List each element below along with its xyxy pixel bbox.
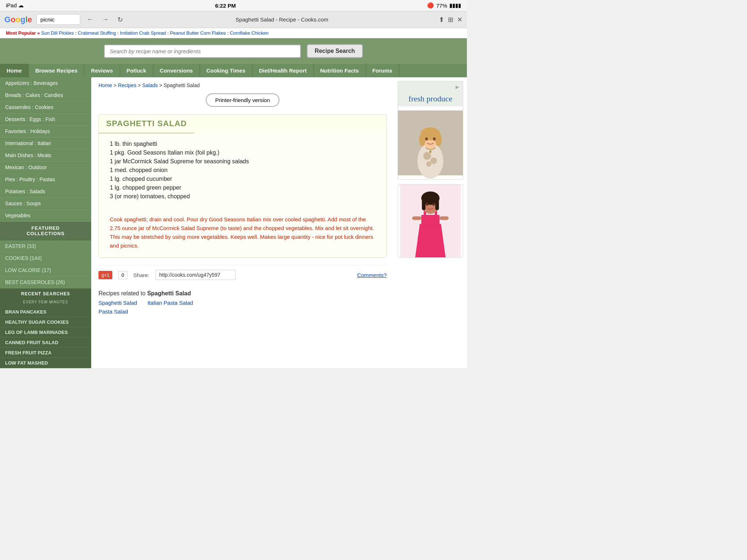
svg-point-3 bbox=[430, 158, 437, 164]
recent-search-3[interactable]: LEG OF LAMB MARINADES bbox=[0, 327, 91, 338]
nav-browse[interactable]: Browse Recipes bbox=[29, 64, 85, 77]
sidebar-desserts[interactable]: Desserts : Eggs : Fish bbox=[0, 113, 91, 125]
sidebar-potatoes[interactable]: Potatoes : Salads bbox=[0, 186, 91, 198]
nav-potluck[interactable]: Potluck bbox=[120, 64, 153, 77]
refresh-button[interactable]: ↻ bbox=[115, 15, 125, 24]
page-title: Spaghetti Salad - Recipe - Cooks.com bbox=[129, 16, 434, 23]
nav-nutrition[interactable]: Nutrition Facts bbox=[314, 64, 366, 77]
collection-low-calorie[interactable]: LOW CALORIE (17) bbox=[0, 264, 91, 276]
svg-marker-14 bbox=[415, 224, 445, 257]
sidebar-pies[interactable]: Pies : Poultry : Pastas bbox=[0, 174, 91, 186]
related-link-3[interactable]: Pasta Salad bbox=[98, 308, 128, 315]
content-area: Home > Recipes > Salads > Spaghetti Sala… bbox=[91, 77, 394, 368]
search-input[interactable] bbox=[104, 44, 301, 58]
recent-searches-subtitle: EVERY FEW MINUTES bbox=[0, 299, 91, 307]
recent-search-5[interactable]: FRESH FRUIT PIZZA bbox=[0, 348, 91, 358]
most-popular-bar: Most Popular » Sun Dill Pickles : Crabme… bbox=[0, 28, 467, 38]
breadcrumb-salads[interactable]: Salads bbox=[142, 82, 158, 88]
search-button[interactable]: Recipe Search bbox=[307, 44, 363, 58]
ingredient-2: 1 pkg. Good Seasons Italian mix (foil pk… bbox=[110, 149, 375, 156]
google-logo: Google bbox=[4, 15, 32, 24]
sidebar-sauces[interactable]: Sauces : Soups bbox=[0, 198, 91, 210]
svg-point-23 bbox=[433, 203, 435, 206]
svg-rect-21 bbox=[435, 198, 439, 210]
nav-cooking-times[interactable]: Cooking Times bbox=[200, 64, 252, 77]
recipe-title: SPAGHETTI SALAD bbox=[106, 119, 187, 128]
breadcrumb-recipes[interactable]: Recipes bbox=[118, 82, 136, 88]
related-link-1[interactable]: Spaghetti Salad bbox=[98, 300, 137, 306]
collection-best-casseroles[interactable]: BEST CASSEROLES (26) bbox=[0, 276, 91, 288]
popular-link-4[interactable]: Peanut Butter Corn Flakes bbox=[170, 30, 226, 36]
recent-searches-title: RECENT SEARCHES bbox=[0, 288, 91, 299]
related-link-row2: Pasta Salad bbox=[98, 308, 387, 315]
recipe-title-tab: SPAGHETTI SALAD bbox=[99, 114, 194, 133]
ad-person-1 bbox=[398, 106, 463, 179]
related-title: Recipes related to Spaghetti Salad bbox=[98, 290, 387, 297]
popular-link-2[interactable]: Crabmeat Stuffing bbox=[78, 30, 116, 36]
most-popular-label: Most Popular » bbox=[6, 30, 40, 36]
nav-conversions[interactable]: Conversions bbox=[153, 64, 200, 77]
battery-icon: ▮▮▮▮ bbox=[449, 2, 461, 9]
ingredient-1: 1 lb. thin spaghetti bbox=[110, 141, 375, 147]
sidebar-breads[interactable]: Breads : Cakes : Candies bbox=[0, 89, 91, 101]
related-name: Spaghetti Salad bbox=[147, 290, 191, 296]
related-links: Spaghetti Salad Italian Pasta Salad bbox=[98, 300, 387, 306]
svg-rect-24 bbox=[412, 217, 421, 220]
recent-search-6[interactable]: LOW FAT MASHED bbox=[0, 358, 91, 368]
breadcrumb-home[interactable]: Home bbox=[98, 82, 112, 88]
nav-reviews[interactable]: Reviews bbox=[85, 64, 120, 77]
svg-rect-20 bbox=[422, 198, 426, 210]
share-icon[interactable]: ⬆ bbox=[439, 16, 444, 24]
ad-box-2 bbox=[398, 184, 463, 258]
share-bar: g+1 0 Share: Comments? bbox=[98, 265, 387, 284]
collection-cookies[interactable]: COOKIES (144) bbox=[0, 252, 91, 264]
svg-point-22 bbox=[426, 203, 429, 206]
comments-link[interactable]: Comments? bbox=[357, 272, 387, 278]
sidebar-casseroles[interactable]: Casseroles : Cookies bbox=[0, 101, 91, 113]
status-time: 6:22 PM bbox=[215, 3, 236, 9]
svg-rect-25 bbox=[440, 217, 449, 220]
ingredient-6: 1 lg. chopped green pepper bbox=[110, 184, 375, 191]
sidebar-vegetables[interactable]: Vegetables bbox=[0, 210, 91, 222]
battery-label: 77% bbox=[436, 3, 447, 9]
nav-home[interactable]: Home bbox=[0, 64, 29, 77]
collection-easter[interactable]: EASTER (33) bbox=[0, 240, 91, 252]
forward-button[interactable]: → bbox=[100, 15, 111, 24]
breadcrumb-current: Spaghetti Salad bbox=[164, 82, 200, 88]
svg-rect-15 bbox=[421, 215, 440, 227]
close-icon[interactable]: ✕ bbox=[457, 16, 462, 24]
popular-link-5[interactable]: Cornflake Chicken bbox=[230, 30, 268, 36]
printer-btn-wrap: Printer-friendly version bbox=[98, 93, 387, 107]
recipe-instructions: Cook spaghetti; drain and cool. Pour dry… bbox=[99, 209, 386, 257]
sidebar-appetizers[interactable]: Appetizers : Beverages bbox=[0, 77, 91, 89]
sidebar-mexican[interactable]: Mexican : Outdoor bbox=[0, 162, 91, 174]
gplus-count: 0 bbox=[118, 271, 127, 279]
back-button[interactable]: ← bbox=[85, 15, 96, 24]
ingredient-7: 3 (or more) tomatoes, chopped bbox=[110, 193, 375, 200]
printer-friendly-button[interactable]: Printer-friendly version bbox=[206, 93, 279, 107]
ad-title: fresh produce bbox=[398, 93, 463, 106]
sidebar-international[interactable]: International : Italian bbox=[0, 137, 91, 149]
ad-sponsor-icon: ▶ bbox=[456, 84, 459, 90]
share-url-input[interactable] bbox=[155, 270, 236, 280]
site-header: Recipe Search bbox=[0, 38, 467, 64]
popular-link-1[interactable]: Sun Dill Pickles bbox=[41, 30, 74, 36]
recent-search-1[interactable]: BRAN PANCAKES bbox=[0, 307, 91, 317]
recent-search-4[interactable]: CANNED FRUIT SALAD bbox=[0, 338, 91, 348]
sidebar-main-dishes[interactable]: Main Dishes : Meats bbox=[0, 149, 91, 162]
recipe-card: SPAGHETTI SALAD 1 lb. thin spaghetti 1 p… bbox=[98, 114, 387, 258]
main-layout: Appetizers : Beverages Breads : Cakes : … bbox=[0, 77, 467, 368]
popular-link-3[interactable]: Imitation Crab Spread bbox=[120, 30, 166, 36]
gplus-button[interactable]: g+1 bbox=[98, 271, 112, 279]
url-input[interactable] bbox=[36, 14, 80, 25]
ad-person-2 bbox=[398, 184, 463, 257]
status-right: 🔴 77% ▮▮▮▮ bbox=[427, 2, 461, 9]
tab-icon[interactable]: ⊞ bbox=[448, 16, 453, 24]
sidebar-favorites[interactable]: Favorites : Holidays bbox=[0, 125, 91, 137]
nav-forums[interactable]: Forums bbox=[366, 64, 399, 77]
svg-point-4 bbox=[426, 162, 431, 167]
svg-point-2 bbox=[423, 152, 431, 160]
recent-search-2[interactable]: HEALTHY SUGAR COOKIES bbox=[0, 317, 91, 327]
nav-diet[interactable]: Diet/Health Report bbox=[252, 64, 314, 77]
related-link-2[interactable]: Italian Pasta Salad bbox=[147, 300, 193, 306]
